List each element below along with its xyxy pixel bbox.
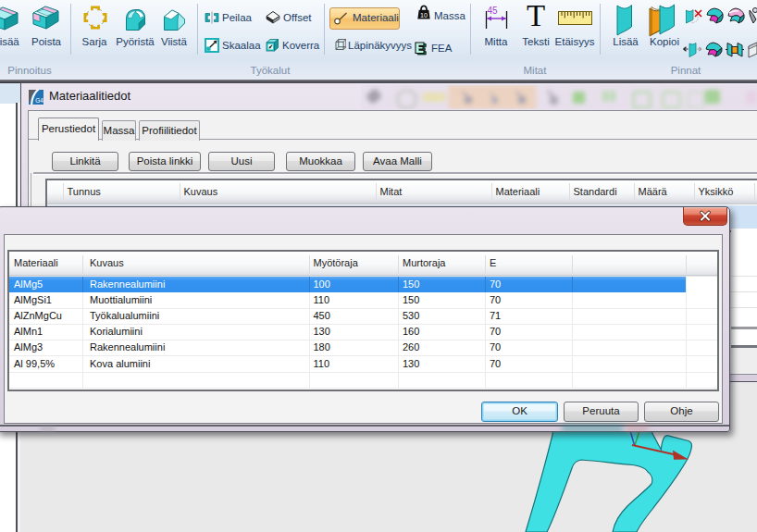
svg-text:10: 10 [420,12,428,19]
svg-text:G4: G4 [35,97,43,104]
svg-text:45: 45 [487,6,498,16]
